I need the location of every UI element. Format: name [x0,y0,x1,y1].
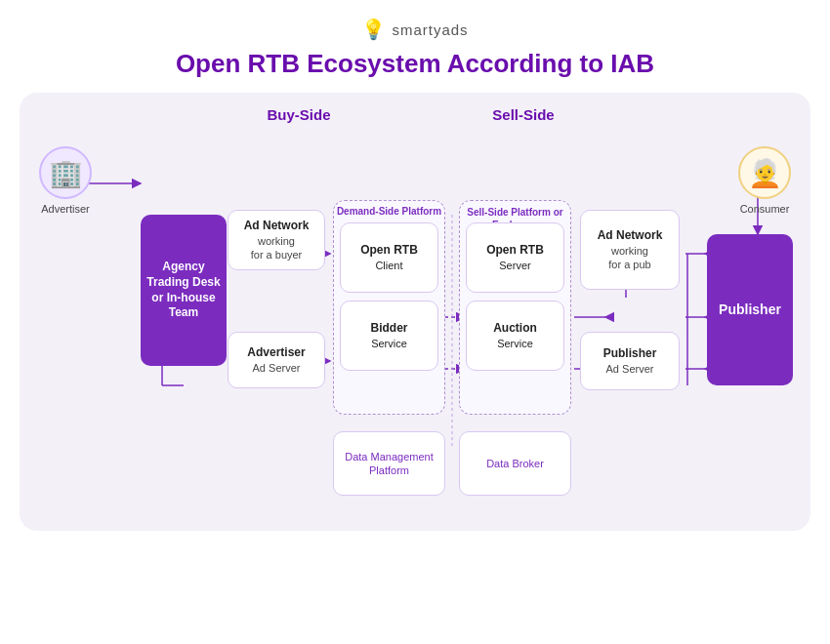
bidder-service-box: Bidder Service [340,301,438,371]
ad-network-buy-bold: Ad Network [244,219,310,232]
dsp-label: Demand-Side Platform [334,206,444,217]
buy-side-label: Buy-Side [187,106,411,123]
ad-network-sell-box: Ad Network workingfor a pub [580,210,680,290]
adserver-sub: Ad Server [247,361,305,375]
ssp-box: Sell-Side Platform or Exchange Open RTB … [459,200,571,415]
adserver-bold: Advertiser [247,345,305,359]
consumer-label: Consumer [740,203,790,215]
pub-ad-server-bold: Publisher [603,346,657,360]
publisher-ad-server-box: Publisher Ad Server [580,332,680,390]
publisher-box: Publisher [707,234,793,385]
bidder-service-sub: Service [370,337,407,350]
open-rtb-client-sub: Client [360,259,418,272]
dsp-box: Demand-Side Platform Open RTB Client Bid… [333,200,445,415]
logo-area: 💡 smartyads [361,18,468,41]
consumer-icon: 🧑‍🦳 [738,146,791,199]
open-rtb-server-box: Open RTB Server [466,222,564,293]
logo-icon: 💡 [361,18,386,41]
advertiser-icon-wrap: 🏢 Advertiser [39,146,92,215]
open-rtb-server-bold: Open RTB [486,243,544,257]
open-rtb-client-box: Open RTB Client [340,222,438,293]
ad-network-buy-box: Ad Network workingfor a buyer [228,210,325,270]
dmp-text: Data Management Platform [339,450,439,478]
data-broker-text: Data Broker [486,457,544,470]
data-broker-box: Data Broker [459,431,571,496]
open-rtb-server-sub: Server [486,259,544,272]
ad-network-sell-sub: workingfor a pub [598,244,663,272]
page: 💡 smartyads Open RTB Ecosystem According… [0,0,830,644]
page-title: Open RTB Ecosystem According to IAB [176,49,654,79]
diagram-body: 🏢 Advertiser 🧑‍🦳 Consumer Agency Trading… [35,127,795,517]
agency-trading-desk-box: Agency Trading Desk or In-house Team [141,215,227,366]
dmp-box: Data Management Platform [333,431,445,496]
bidder-service-bold: Bidder [370,321,407,335]
advertiser-icon: 🏢 [39,146,92,199]
advertiser-label: Advertiser [41,203,90,215]
agency-label: Agency Trading Desk or In-house Team [146,260,220,320]
ad-network-sell-bold: Ad Network [598,228,663,242]
auction-service-bold: Auction [493,321,537,335]
publisher-label: Publisher [719,301,781,318]
sell-side-label: Sell-Side [411,106,636,123]
pub-ad-server-sub: Ad Server [603,362,657,376]
auction-service-box: Auction Service [466,301,564,371]
auction-service-sub: Service [493,337,537,350]
diagram-container: Buy-Side Sell-Side [20,93,810,531]
ad-network-buy-sub: workingfor a buyer [244,234,310,262]
advertiser-ad-server-box: Advertiser Ad Server [228,332,325,388]
open-rtb-client-bold: Open RTB [360,243,418,257]
consumer-icon-wrap: 🧑‍🦳 Consumer [738,146,791,215]
logo-text: smartyads [392,21,468,38]
